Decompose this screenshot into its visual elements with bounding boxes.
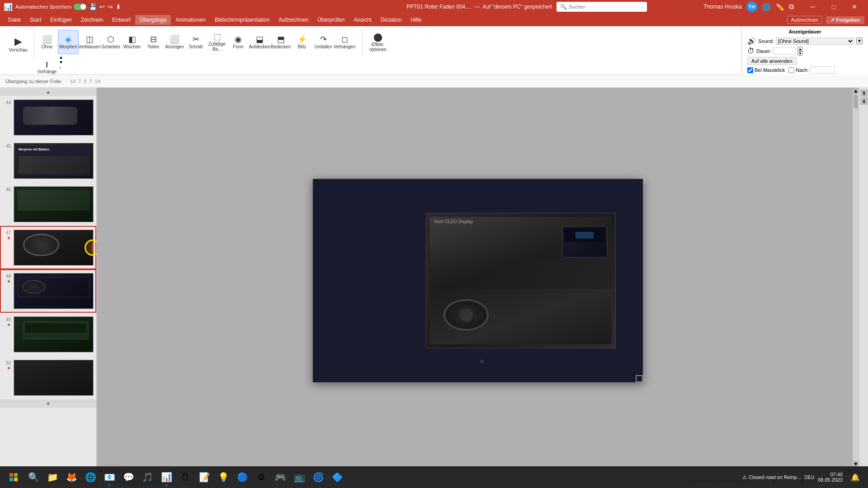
- btn-bedecken[interactable]: ⬒ Bedecken: [270, 30, 291, 54]
- redo-icon[interactable]: ↪: [108, 3, 113, 10]
- window-restore-icon[interactable]: ⧉: [789, 3, 794, 11]
- undo-icon[interactable]: ↩: [99, 3, 105, 10]
- menu-zeichnen[interactable]: Zeichnen: [76, 15, 108, 25]
- scroll-more-icon[interactable]: ⬦: [59, 65, 63, 70]
- btn-schieben[interactable]: ⬡ Schieben: [100, 30, 121, 54]
- taskbar-media[interactable]: 🎵: [138, 467, 156, 487]
- save-icon[interactable]: 💾: [89, 3, 97, 10]
- taskbar-search[interactable]: 🔍: [24, 467, 42, 487]
- slide-thumb-47[interactable]: Achteckiges Lenkrad: [14, 230, 94, 266]
- search-input[interactable]: [569, 4, 641, 9]
- duration-up[interactable]: ▲: [797, 47, 803, 51]
- btn-zufaellig[interactable]: ⬚ Zufällige Ba...: [207, 30, 227, 54]
- menu-dictation[interactable]: Dictation: [376, 15, 406, 25]
- start-button[interactable]: [4, 467, 24, 487]
- btn-aufdecken[interactable]: ⬓ Aufdecken: [249, 30, 270, 54]
- menu-aufzeichnen[interactable]: Aufzeichnen: [274, 15, 313, 25]
- menu-start[interactable]: Start: [25, 15, 46, 25]
- aufzeichnen-button[interactable]: Aufzeichnen: [787, 16, 823, 24]
- menu-entwurf[interactable]: Entwurf: [108, 15, 135, 25]
- taskbar-game[interactable]: 🎮: [271, 467, 289, 487]
- canvas-scroll-thumb[interactable]: [854, 95, 858, 108]
- slide-thumb-49[interactable]: New big Center Display: [14, 316, 94, 352]
- menu-einfuegen[interactable]: Einfügen: [46, 15, 76, 25]
- slide-thumb-45[interactable]: Morphen mit Bildern: [14, 143, 94, 179]
- btn-umfallen[interactable]: ↷ Umfallen: [313, 30, 334, 54]
- slide-item-46[interactable]: 46 Das neu Cockpit: [0, 183, 96, 226]
- btn-verhaengen[interactable]: ◻ Verhängen: [334, 30, 355, 54]
- btn-verblassen[interactable]: ◫ Verblassen: [79, 30, 100, 54]
- more-icon[interactable]: ⬇: [116, 3, 121, 10]
- taskbar-app1[interactable]: 💡: [214, 467, 232, 487]
- system-clock[interactable]: 07:40 08.05.2023: [818, 472, 843, 483]
- menu-ueberpruefen[interactable]: Überprüfen: [313, 15, 349, 25]
- nach-input[interactable]: 00:00,00: [810, 66, 835, 74]
- search-box[interactable]: 🔍: [557, 2, 647, 12]
- mausklick-checkbox[interactable]: [747, 67, 753, 73]
- scroll-up-icon[interactable]: ▲: [59, 55, 63, 60]
- btn-teilen[interactable]: ⊟ Teilen: [143, 30, 164, 54]
- btn-wischen[interactable]: ◧ Wischen: [122, 30, 142, 54]
- taskbar-firefox[interactable]: 🦊: [62, 467, 80, 487]
- freigeben-button[interactable]: ↗ Freigeben: [826, 16, 864, 24]
- slide-thumb-46[interactable]: Das neu Cockpit: [14, 186, 94, 222]
- notification-area[interactable]: ⚠ Closed road on Reinp...: [742, 474, 801, 480]
- right-panel-btn-2[interactable]: ⬇: [860, 98, 868, 105]
- duration-input[interactable]: 02,00: [773, 47, 796, 55]
- taskbar-outlook[interactable]: 📧: [100, 467, 118, 487]
- slide-item-44[interactable]: 44 Ready to ride: [0, 96, 96, 139]
- pen-icon[interactable]: ✏️: [775, 3, 784, 11]
- taskbar-onenote[interactable]: 📝: [195, 467, 213, 487]
- taskbar-powerpoint[interactable]: 📊: [157, 467, 175, 487]
- sidebar-scroll-up[interactable]: ▲: [0, 88, 96, 96]
- taskbar-teams[interactable]: 💬: [119, 467, 137, 487]
- btn-vorhaenge[interactable]: ⫿ Vorhänge: [37, 55, 57, 79]
- slide-canvas-area[interactable]: from OLED Display: [97, 88, 859, 474]
- menu-bildschirm[interactable]: Bildschirmpräsentation: [210, 15, 274, 25]
- maximize-button[interactable]: □: [824, 0, 844, 14]
- btn-blitz[interactable]: ⚡ Blitz: [292, 30, 312, 54]
- btn-schnitt[interactable]: ✂ Schnitt: [185, 30, 206, 54]
- right-panel-btn-1[interactable]: ⬆: [860, 89, 868, 97]
- taskbar-settings[interactable]: ⚙: [252, 467, 270, 487]
- canvas-scroll-up-btn[interactable]: ▲: [853, 88, 859, 94]
- user-avatar[interactable]: TH: [746, 1, 757, 12]
- menu-datei[interactable]: Datei: [4, 15, 25, 25]
- btn-anzeigen[interactable]: ⬜ Anzeigen: [164, 30, 185, 54]
- btn-morphen[interactable]: ◈ Morphen: [58, 30, 79, 54]
- autosave-toggle[interactable]: Automatisches Speichern: [15, 4, 86, 10]
- menu-uebergaenge[interactable]: Übergänge: [135, 15, 171, 25]
- slide-item-49[interactable]: 49 ★ New big Center Display: [0, 313, 96, 356]
- slide-item-50[interactable]: 50 ★: [0, 356, 96, 399]
- menu-hilfe[interactable]: Hilfe: [406, 15, 426, 25]
- taskbar-video[interactable]: 📺: [290, 467, 308, 487]
- slide-item-47[interactable]: 47 ★ Achteckiges Lenkrad: [0, 226, 96, 269]
- btn-form[interactable]: ◉ Form: [228, 30, 249, 54]
- minimize-button[interactable]: ─: [803, 0, 823, 14]
- sound-more-button[interactable]: ▼: [856, 38, 863, 44]
- notification-center-button[interactable]: 🔔: [846, 467, 864, 487]
- effektoptionen-button[interactable]: ⬤ Effekt-optionen: [366, 30, 390, 55]
- btn-ohne[interactable]: ⬜ Ohne: [37, 30, 57, 54]
- taskbar-app4[interactable]: 🔷: [328, 467, 346, 487]
- canvas-vscroll[interactable]: ▲ ▼: [853, 88, 859, 467]
- taskbar-files[interactable]: 📁: [43, 467, 61, 487]
- slide-item-45[interactable]: 45 Morphen mit Bildern: [0, 139, 96, 183]
- taskbar-chrome[interactable]: 🌐: [81, 467, 99, 487]
- menu-ansicht[interactable]: Ansicht: [349, 15, 376, 25]
- slide-thumb-50[interactable]: [14, 360, 94, 396]
- sound-select[interactable]: [Ohne Sound]: [776, 38, 854, 45]
- menu-animationen[interactable]: Animationen: [171, 15, 210, 25]
- slide-thumb-48[interactable]: Fron OLED Display: [14, 273, 94, 309]
- apply-all-button[interactable]: Auf alle anwenden: [747, 57, 797, 65]
- duration-down[interactable]: ▼: [797, 51, 803, 56]
- sidebar-scroll-down[interactable]: ▼: [0, 399, 96, 408]
- slide-item-48[interactable]: 48 ★ Fron OLED Display: [0, 269, 96, 313]
- scroll-down-icon[interactable]: ▼: [59, 60, 63, 65]
- nach-checkbox[interactable]: [788, 67, 794, 73]
- sidebar-scrollbar[interactable]: [0, 408, 6, 453]
- vorschau-button[interactable]: ▶ Vorschau: [6, 32, 30, 57]
- taskbar-app3[interactable]: 🌀: [309, 467, 327, 487]
- globe-icon[interactable]: 🌐: [762, 3, 771, 11]
- canvas-corner-handle[interactable]: [636, 375, 643, 382]
